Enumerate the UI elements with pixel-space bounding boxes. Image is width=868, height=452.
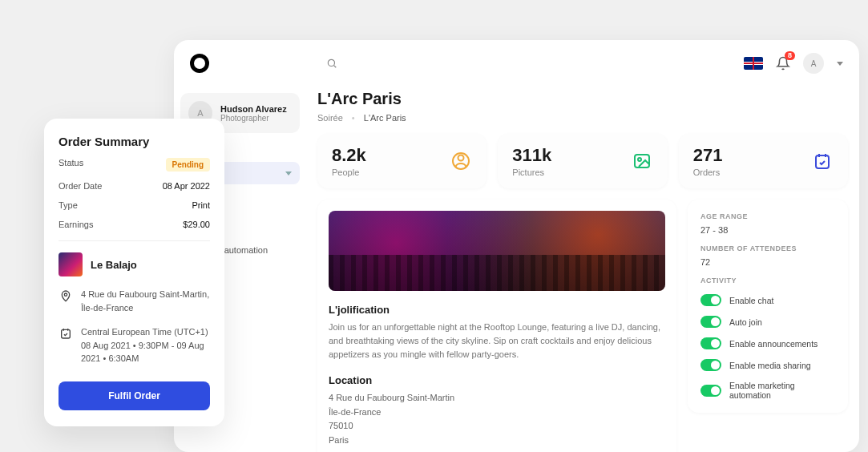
event-hero-image (329, 211, 665, 291)
kv-label: Order Date (59, 181, 102, 191)
address-line: Paris (329, 434, 665, 448)
kv-value: $29.00 (183, 220, 210, 229)
section-heading-location: Location (329, 374, 665, 386)
info-address: 4 Rue du Faubourg Saint-Martin, Île-de-F… (59, 288, 210, 314)
svg-point-2 (458, 155, 464, 161)
divider (59, 240, 210, 241)
app-logo[interactable] (190, 54, 209, 73)
status-badge: Pending (166, 158, 210, 172)
toggle-switch (700, 316, 721, 328)
venue-name: Le Balajo (91, 259, 137, 271)
pictures-icon (631, 150, 653, 172)
address-line: 4 Rue du Faubourg Saint-Martin (329, 391, 665, 406)
pin-icon (59, 288, 73, 314)
toggle-switch (700, 359, 721, 371)
stats-row: 8.2k People 311k Pictures (317, 134, 848, 188)
toggle-enable-announcements[interactable]: Enable announcements (700, 337, 835, 349)
stat-card-orders[interactable]: 271 Orders (679, 134, 848, 188)
stat-value: 8.2k (332, 145, 366, 166)
meta-label-attendees: Number of Attendees (700, 244, 835, 252)
notifications-button[interactable]: 8 (776, 56, 790, 71)
toggle-label: Auto join (729, 317, 762, 327)
toggle-label: Enable announcements (729, 339, 818, 349)
content-row: L'jolification Join us for an unforgetta… (317, 200, 848, 452)
kv-earnings: Earnings $29.00 (59, 220, 210, 229)
stat-label: Pictures (512, 167, 551, 177)
venue-row[interactable]: Le Balajo (59, 252, 210, 276)
kv-type: Type Print (59, 200, 210, 210)
stat-value: 311k (512, 145, 551, 166)
toggle-enable-media[interactable]: Enable media sharing (700, 359, 835, 371)
people-icon (450, 150, 472, 172)
info-datetime: Central European Time (UTC+1) 08 Aug 202… (59, 325, 210, 365)
meta-label-age: Age Range (700, 212, 835, 220)
venue-thumbnail (59, 252, 83, 276)
kv-label: Status (59, 158, 83, 172)
tz-line: Central European Time (UTC+1) (81, 325, 210, 339)
notification-count: 8 (785, 51, 795, 60)
svg-point-5 (638, 158, 641, 161)
event-address: 4 Rue du Faubourg Saint-Martin Île-de-Fr… (329, 391, 665, 447)
toggle-label: Enable media sharing (729, 361, 811, 370)
svg-rect-6 (816, 155, 829, 168)
meta-value-age: 27 - 38 (700, 225, 835, 235)
info-text: 4 Rue du Faubourg Saint-Martin, Île-de-F… (81, 288, 210, 314)
kv-label: Type (59, 200, 78, 210)
fulfil-order-button[interactable]: Fulfil Order (59, 381, 210, 410)
svg-point-0 (328, 59, 334, 66)
stat-label: Orders (693, 167, 723, 177)
stat-card-people[interactable]: 8.2k People (317, 134, 486, 188)
toggle-enable-marketing[interactable]: Enable marketing automation (700, 381, 835, 400)
kv-label: Earnings (59, 220, 93, 229)
kv-status: Status Pending (59, 158, 210, 172)
topbar: 8 A (174, 40, 859, 87)
user-name: Hudson Alvarez (220, 104, 287, 114)
chevron-down-icon[interactable] (837, 62, 843, 66)
tz-line: 08 Aug 2021 • 9:30PM - 09 Aug 2021 • 6:3… (81, 339, 210, 365)
calendar-icon (59, 325, 73, 365)
address-line: Île-de-France (329, 406, 665, 420)
app-body: A Hudson Alvarez Photographer rées ictur… (174, 87, 859, 452)
kv-order-date: Order Date 08 Apr 2022 (59, 181, 210, 191)
order-summary-card: Order Summary Status Pending Order Date … (44, 119, 224, 426)
toggle-enable-chat[interactable]: Enable chat (700, 294, 835, 306)
toggle-label: Enable marketing automation (729, 381, 835, 400)
section-heading: L'jolification (329, 304, 665, 316)
detail-card: L'jolification Join us for an unforgetta… (317, 200, 676, 452)
orders-icon (811, 150, 834, 172)
toggle-label: Enable chat (729, 296, 773, 305)
breadcrumb-separator: • (352, 113, 355, 123)
stat-value: 271 (693, 145, 723, 166)
search-icon[interactable] (326, 58, 337, 69)
toggle-switch (700, 294, 721, 306)
app-window: 8 A A Hudson Alvarez Photographer rées i… (174, 40, 859, 452)
meta-label-activity: Activity (700, 276, 835, 285)
svg-line-1 (334, 66, 337, 68)
toggle-auto-join[interactable]: Auto join (700, 316, 835, 328)
info-text: Central European Time (UTC+1) 08 Aug 202… (81, 325, 210, 365)
language-flag-uk[interactable] (744, 57, 763, 70)
address-line: 75010 (329, 419, 665, 434)
stat-label: People (332, 167, 366, 177)
kv-value: 08 Apr 2022 (163, 181, 210, 191)
page-title: L'Arc Paris (317, 90, 848, 108)
breadcrumb: Soirée • L'Arc Paris (317, 113, 848, 123)
chevron-down-icon (285, 172, 292, 176)
meta-value-attendees: 72 (700, 257, 835, 267)
side-info-card: Age Range 27 - 38 Number of Attendees 72… (688, 200, 848, 413)
svg-point-7 (64, 293, 67, 296)
stat-card-pictures[interactable]: 311k Pictures (498, 134, 667, 188)
breadcrumb-root[interactable]: Soirée (317, 113, 343, 123)
user-role: Photographer (220, 114, 287, 123)
svg-rect-8 (62, 329, 71, 338)
user-avatar[interactable]: A (803, 53, 824, 74)
breadcrumb-current: L'Arc Paris (364, 113, 406, 123)
main-content: L'Arc Paris Soirée • L'Arc Paris 8.2k Pe… (306, 87, 859, 452)
card-title: Order Summary (59, 135, 210, 148)
event-description: Join us for an unforgettable night at th… (329, 321, 665, 361)
toggle-switch (700, 337, 721, 349)
search-area (222, 58, 731, 69)
kv-value: Print (192, 200, 210, 210)
toggle-switch (700, 385, 721, 397)
